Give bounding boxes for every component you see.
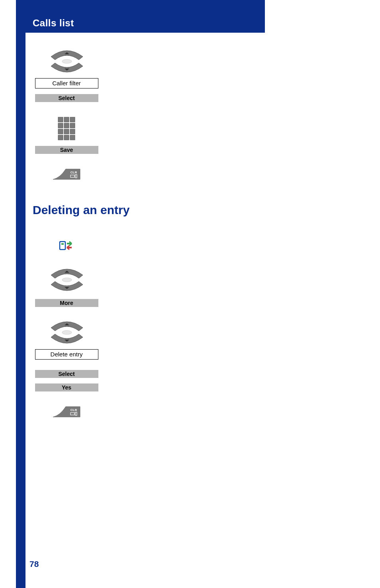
svg-point-18 (62, 330, 72, 334)
svg-rect-8 (64, 129, 69, 134)
svg-rect-2 (64, 117, 69, 122)
save-button[interactable]: Save (35, 146, 98, 154)
select-button[interactable]: Select (35, 370, 98, 378)
keypad-icon (57, 116, 76, 140)
nav-rocker-icon (48, 319, 86, 346)
left-margin-bar (16, 0, 25, 588)
clr-key-icon: CLR (52, 403, 81, 418)
clr-key-icon: CLR (52, 166, 81, 180)
nav-rocker-icon (48, 48, 86, 75)
svg-rect-10 (58, 135, 63, 140)
page-title: Calls list (33, 18, 74, 29)
svg-rect-1 (58, 117, 63, 122)
svg-rect-6 (70, 123, 75, 128)
svg-rect-16 (61, 243, 64, 245)
section-heading-deleting: Deleting an entry (33, 203, 256, 217)
clr-label: CLR (71, 171, 77, 174)
select-button[interactable]: Select (35, 94, 98, 102)
clr-label: CLR (71, 408, 77, 412)
delete-entry-display: Delete entry (35, 349, 98, 360)
calls-list-icon (59, 240, 73, 251)
svg-rect-9 (70, 129, 75, 134)
svg-rect-3 (70, 117, 75, 122)
svg-rect-5 (64, 123, 69, 128)
more-button[interactable]: More (35, 299, 98, 307)
svg-rect-11 (64, 135, 69, 140)
filter-steps: Caller filter Select Save (33, 48, 100, 180)
svg-point-0 (62, 59, 72, 63)
delete-steps: More Delete entry Select Yes CLR (33, 266, 100, 418)
nav-rocker-icon (48, 266, 86, 293)
yes-button[interactable]: Yes (35, 383, 98, 391)
page-number: 78 (29, 559, 39, 569)
svg-rect-15 (60, 242, 65, 250)
content-area: Caller filter Select Save (33, 48, 256, 418)
caller-filter-display: Caller filter (35, 78, 98, 88)
svg-rect-12 (70, 135, 75, 140)
svg-rect-7 (58, 129, 63, 134)
svg-point-17 (62, 278, 72, 282)
svg-rect-4 (58, 123, 63, 128)
